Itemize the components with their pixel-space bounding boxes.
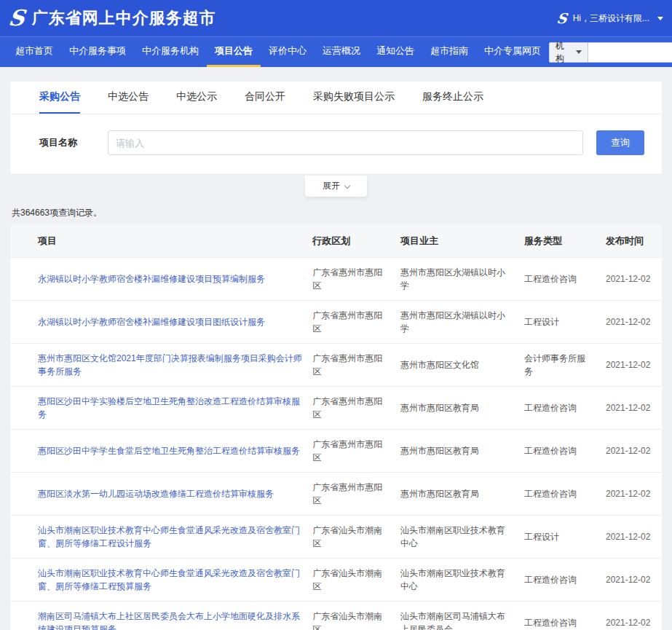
project-cell: 惠州市惠阳区文化馆2021年度部门决算报表编制服务项目采购会计师事务所服务 [10, 344, 307, 387]
owner-cell: 惠州市惠阳区教育局 [395, 387, 518, 430]
project-cell: 惠阳区淡水第一幼儿园运动场改造修缮工程造价结算审核服务 [10, 473, 307, 516]
project-link[interactable]: 惠阳区淡水第一幼儿园运动场改造修缮工程造价结算审核服务 [38, 489, 274, 499]
nav-item[interactable]: 评价中心 [261, 37, 315, 67]
table-row: 惠州市惠阳区文化馆2021年度部门决算报表编制服务项目采购会计师事务所服务广东省… [10, 344, 662, 387]
region-cell: 广东省惠州市惠阳区 [307, 473, 395, 516]
project-link[interactable]: 永湖镇以时小学教师宿舍楼补漏维修建设项目预算编制服务 [38, 274, 265, 284]
user-greeting: Hi，三桥设计有限... [573, 12, 649, 25]
results-table-card: 项目行政区划项目业主服务类型发布时间 永湖镇以时小学教师宿舍楼补漏维修建设项目预… [10, 225, 662, 630]
region-cell: 广东省汕头市潮南区 [307, 602, 395, 630]
nav-item[interactable]: 通知公告 [368, 37, 422, 67]
results-summary: 共364663项查询记录。 [12, 207, 662, 219]
topbar: S 广东省网上中介服务超市 S Hi，三桥设计有限... [0, 0, 672, 36]
nav-item[interactable]: 中介专属网页 [476, 37, 549, 67]
region-cell: 广东省惠州市惠阳区 [307, 344, 395, 387]
service-cell: 工程造价咨询 [518, 473, 600, 516]
owner-cell: 惠州市惠阳区永湖镇以时小学 [395, 301, 518, 344]
table-row: 汕头市潮南区职业技术教育中心师生食堂通风采光改造及宿舍教室门窗、厕所等修缮工程设… [10, 516, 662, 559]
project-link[interactable]: 潮南区司马浦镇大布上社区居民委员会大布上小学地面硬化及排水系统建设项目预算服务 [38, 611, 300, 630]
date-cell: 2021-12-02 [600, 473, 662, 516]
filter-row: 项目名称 查询 [10, 114, 662, 174]
project-link[interactable]: 惠阳区沙田中学实验楼后空地卫生死角整治改造工程造价结算审核服务 [38, 396, 300, 420]
region-cell: 广东省惠州市惠阳区 [307, 430, 395, 473]
owner-cell: 汕头市潮南区司马浦镇大布上居民委员会 [395, 602, 518, 630]
date-cell: 2021-12-02 [600, 301, 662, 344]
table-row: 惠阳区沙田中学实验楼后空地卫生死角整治改造工程造价结算审核服务广东省惠州市惠阳区… [10, 387, 662, 430]
content: 采购公告中选公告中选公示合同公开采购失败项目公示服务终止公示 项目名称 查询 展… [0, 82, 672, 630]
query-button[interactable]: 查询 [596, 130, 644, 155]
project-cell: 惠阳区沙田中学学生食堂后空地卫生死角整治工程造价结算审核服务 [10, 430, 307, 473]
project-cell: 汕头市潮南区职业技术教育中心师生食堂通风采光改造及宿舍教室门窗、厕所等修缮工程设… [10, 516, 307, 559]
project-link[interactable]: 惠州市惠阳区文化馆2021年度部门决算报表编制服务项目采购会计师事务所服务 [38, 353, 302, 377]
project-cell: 汕头市潮南区职业技术教育中心师生食堂通风采光改造及宿舍教室门窗、厕所等修缮工程预… [10, 559, 307, 602]
expand-label: 展开 [323, 180, 340, 192]
date-cell: 2021-12-02 [600, 516, 662, 559]
owner-cell: 惠州市惠阳区教育局 [395, 430, 518, 473]
nav-search-input[interactable] [588, 42, 672, 63]
project-name-label: 项目名称 [39, 136, 108, 149]
column-header: 项目 [10, 225, 307, 258]
nav-item[interactable]: 超市指南 [422, 37, 476, 67]
nav-item[interactable]: 运营概况 [315, 37, 368, 67]
project-cell: 永湖镇以时小学教师宿舍楼补漏维修建设项目图纸设计服务 [10, 301, 307, 344]
owner-cell: 汕头市潮南区职业技术教育中心 [395, 516, 518, 559]
site-title: 广东省网上中介服务超市 [32, 7, 216, 29]
service-cell: 工程造价咨询 [518, 387, 600, 430]
service-cell: 工程造价咨询 [518, 430, 600, 473]
chevron-down-icon [344, 182, 350, 188]
region-cell: 广东省汕头市潮南区 [307, 516, 395, 559]
chevron-down-icon [657, 17, 663, 20]
project-cell: 惠阳区沙田中学实验楼后空地卫生死角整治改造工程造价结算审核服务 [10, 387, 307, 430]
project-cell: 潮南区司马浦镇大布上社区居民委员会大布上小学地面硬化及排水系统建设项目预算服务 [10, 602, 307, 630]
user-menu[interactable]: S Hi，三桥设计有限... [557, 12, 663, 25]
project-link[interactable]: 惠阳区沙田中学学生食堂后空地卫生死角整治工程造价结算审核服务 [38, 446, 300, 456]
owner-cell: 惠州市惠阳区文化馆 [395, 344, 518, 387]
table-row: 潮南区司马浦镇大布上社区居民委员会大布上小学地面硬化及排水系统建设项目预算服务广… [10, 602, 662, 630]
service-cell: 工程造价咨询 [518, 258, 600, 301]
service-cell: 工程造价咨询 [518, 559, 600, 602]
tab[interactable]: 采购失败项目公示 [313, 82, 395, 114]
results-table: 项目行政区划项目业主服务类型发布时间 永湖镇以时小学教师宿舍楼补漏维修建设项目预… [10, 225, 662, 630]
region-cell: 广东省惠州市惠阳区 [307, 258, 395, 301]
tab[interactable]: 服务终止公示 [422, 82, 483, 114]
tab[interactable]: 采购公告 [39, 82, 80, 114]
column-header: 发布时间 [600, 225, 662, 258]
tab[interactable]: 中选公告 [108, 82, 149, 114]
tab[interactable]: 合同公开 [245, 82, 285, 114]
expand-button[interactable]: 展开 [305, 176, 367, 197]
nav-item[interactable]: 中介服务事项 [61, 37, 134, 67]
region-cell: 广东省惠州市惠阳区 [307, 387, 395, 430]
user-logo-icon: S [556, 12, 568, 25]
main-nav: 超市首页中介服务事项中介服务机构项目公告评价中心运营概况通知公告超市指南中介专属… [0, 36, 672, 67]
date-cell: 2021-12-02 [600, 258, 662, 301]
table-row: 永湖镇以时小学教师宿舍楼补漏维修建设项目预算编制服务广东省惠州市惠阳区惠州市惠阳… [10, 258, 662, 301]
table-row: 惠阳区沙田中学学生食堂后空地卫生死角整治工程造价结算审核服务广东省惠州市惠阳区惠… [10, 430, 662, 473]
date-cell: 2021-12-02 [600, 602, 662, 630]
owner-cell: 惠州市惠阳区永湖镇以时小学 [395, 258, 518, 301]
project-link[interactable]: 永湖镇以时小学教师宿舍楼补漏维修建设项目图纸设计服务 [38, 317, 265, 327]
nav-item[interactable]: 项目公告 [207, 37, 261, 67]
table-row: 汕头市潮南区职业技术教育中心师生食堂通风采光改造及宿舍教室门窗、厕所等修缮工程预… [10, 559, 662, 602]
site-logo-icon: S [7, 7, 26, 29]
search-category-select[interactable]: 机构 [549, 42, 588, 63]
search-category-value: 机构 [556, 40, 568, 65]
nav-item[interactable]: 超市首页 [7, 37, 61, 67]
tab[interactable]: 中选公示 [176, 82, 217, 114]
column-header: 项目业主 [395, 225, 518, 258]
date-cell: 2021-12-02 [600, 430, 662, 473]
table-header-row: 项目行政区划项目业主服务类型发布时间 [10, 225, 662, 258]
service-cell: 工程设计 [518, 301, 600, 344]
table-row: 惠阳区淡水第一幼儿园运动场改造修缮工程造价结算审核服务广东省惠州市惠阳区惠州市惠… [10, 473, 662, 516]
service-cell: 工程造价咨询 [518, 602, 600, 630]
announcement-tabs: 采购公告中选公告中选公示合同公开采购失败项目公示服务终止公示 [10, 82, 662, 114]
nav-item[interactable]: 中介服务机构 [134, 37, 207, 67]
project-link[interactable]: 汕头市潮南区职业技术教育中心师生食堂通风采光改造及宿舍教室门窗、厕所等修缮工程预… [38, 568, 300, 591]
table-row: 永湖镇以时小学教师宿舍楼补漏维修建设项目图纸设计服务广东省惠州市惠阳区惠州市惠阳… [10, 301, 662, 344]
service-cell: 工程设计 [518, 516, 600, 559]
date-cell: 2021-12-02 [600, 344, 662, 387]
filter-card: 采购公告中选公告中选公示合同公开采购失败项目公示服务终止公示 项目名称 查询 [10, 82, 662, 174]
brand: S 广东省网上中介服务超市 [9, 7, 216, 29]
project-name-input[interactable] [108, 130, 583, 155]
owner-cell: 汕头市潮南区职业技术教育中心 [395, 559, 518, 602]
project-link[interactable]: 汕头市潮南区职业技术教育中心师生食堂通风采光改造及宿舍教室门窗、厕所等修缮工程设… [38, 525, 300, 548]
